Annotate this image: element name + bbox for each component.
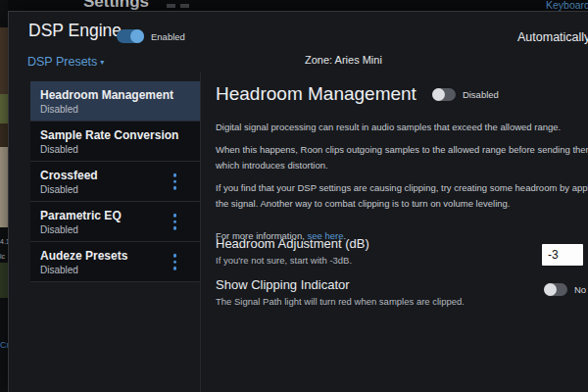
dsp-preset-list-item[interactable]: Parametric EQ Disabled	[30, 202, 200, 242]
keyboard-link[interactable]: Keyboard	[546, 0, 588, 11]
show-clipping-indicator-toggle-label: No	[574, 284, 586, 295]
show-clipping-indicator-toggle[interactable]	[544, 283, 567, 296]
background-sidebar-strip: 4.1 ic Cr	[0, 0, 8, 392]
show-clipping-indicator-hint: The Signal Path light will turn red when…	[216, 296, 465, 307]
dsp-engine-toggle[interactable]	[117, 29, 144, 43]
background-text-fragment: ic	[0, 253, 5, 260]
dsp-preset-list-item[interactable]: Sample Rate Conversion Disabled	[30, 122, 200, 162]
kebab-menu-icon[interactable]	[173, 254, 177, 270]
zone-label: Zone: Aries Mini	[305, 54, 382, 66]
album-art-thumbnail	[0, 27, 8, 94]
preset-status: Disabled	[40, 104, 190, 115]
description-line: When this happens, Roon clips outgoing s…	[216, 142, 588, 158]
preset-status: Disabled	[40, 144, 190, 155]
headroom-management-toggle-label: Disabled	[463, 89, 499, 100]
preset-title: Audeze Presets	[40, 249, 190, 263]
background-header-marks	[167, 4, 189, 8]
preset-title: Headroom Management	[40, 88, 190, 102]
show-clipping-indicator-label: Show Clipping Indicator	[216, 277, 350, 292]
album-art-thumbnail	[0, 147, 8, 227]
description-line: which introduces distortion.	[216, 158, 588, 173]
toggle-knob	[130, 29, 144, 43]
description-paragraphs: Digital signal processing can result in …	[216, 120, 588, 212]
headroom-management-toggle[interactable]	[432, 88, 456, 101]
dsp-engine-toggle-label: Enabled	[151, 31, 185, 42]
preset-title: Parametric EQ	[40, 209, 190, 222]
automatically-label: Automatically	[517, 30, 588, 44]
description-line: Digital signal processing can result in …	[216, 120, 588, 135]
dialog-title: DSP Engine	[28, 21, 122, 41]
album-art-thumbnail	[0, 263, 8, 298]
preset-status: Disabled	[40, 224, 190, 235]
preset-title: Sample Rate Conversion	[40, 128, 190, 142]
dsp-preset-list: Headroom Management Disabled Sample Rate…	[30, 81, 200, 282]
dsp-preset-list-item[interactable]: Crossfeed Disabled	[30, 162, 200, 202]
album-art-thumbnail	[0, 123, 8, 147]
preset-status: Disabled	[40, 265, 190, 275]
dsp-preset-list-item[interactable]: Headroom Management Disabled	[30, 81, 200, 122]
toggle-knob	[432, 88, 445, 101]
dsp-preset-list-item[interactable]: Audeze Presets Disabled	[30, 242, 200, 282]
kebab-menu-icon[interactable]	[173, 214, 177, 230]
sidebar-content-divider	[200, 72, 201, 392]
chevron-down-icon: ▾	[100, 58, 104, 67]
headroom-adjustment-input[interactable]	[542, 244, 583, 266]
section-heading: Headroom Management	[216, 83, 416, 105]
description-line: the signal. Another way to combat clippi…	[216, 196, 588, 212]
headroom-adjustment-label: Headroom Adjustment (dB)	[216, 236, 369, 251]
preset-status: Disabled	[40, 184, 190, 195]
dsp-presets-label: DSP Presets	[27, 55, 97, 69]
toggle-knob	[544, 283, 557, 296]
dsp-presets-dropdown[interactable]: DSP Presets▾	[27, 55, 104, 69]
album-art-thumbnail	[0, 94, 8, 123]
headroom-adjustment-hint: If you're not sure, start with -3dB.	[216, 255, 352, 266]
description-line: If you find that your DSP settings are c…	[216, 180, 588, 196]
dsp-engine-dialog: DSP Engine Enabled Automatically DSP Pre…	[8, 11, 588, 392]
preset-title: Crossfeed	[40, 169, 190, 182]
kebab-menu-icon[interactable]	[173, 173, 177, 190]
